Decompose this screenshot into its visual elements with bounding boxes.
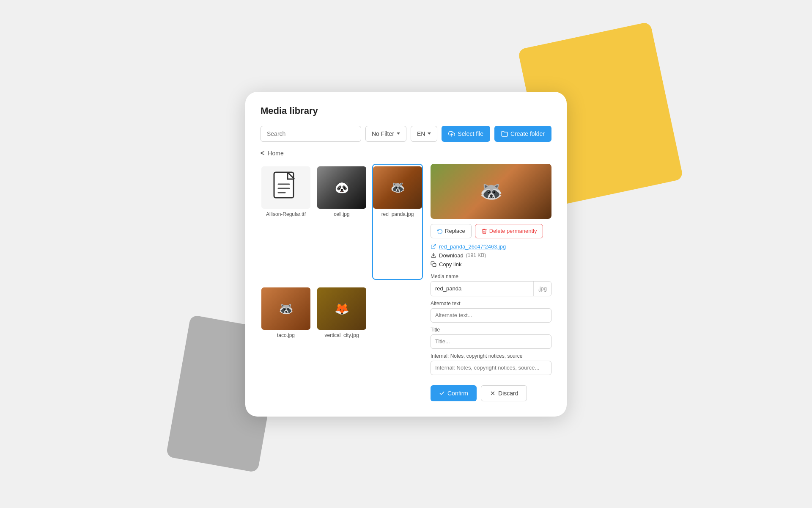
notes-label: Internal: Notes, copyright notices, sour… <box>431 353 551 359</box>
action-row: Replace Delete permanently <box>431 224 551 238</box>
download-row: Download (191 KB) <box>431 252 551 259</box>
svg-line-5 <box>433 244 436 247</box>
copy-link-row: Copy link <box>431 261 551 268</box>
breadcrumb-back-button[interactable]: < <box>261 149 264 157</box>
trash-icon <box>481 228 487 234</box>
file-label-vertical-city: vertical_city.jpg <box>324 332 359 338</box>
search-input[interactable] <box>261 126 361 142</box>
alt-text-label: Alternate text <box>431 301 551 306</box>
media-name-field-group: Media name .jpg <box>431 273 551 296</box>
detail-panel: 🦝 Replace Delete permanently red_panda_2… <box>431 164 551 401</box>
page-title: Media library <box>261 105 551 116</box>
lang-label: EN <box>417 130 425 137</box>
file-thumb-allison <box>261 166 310 209</box>
copy-link-text[interactable]: Copy link <box>439 261 461 268</box>
copy-icon <box>431 261 436 267</box>
red-panda-image: 🦝 <box>373 166 422 209</box>
file-thumb-vertical-city: 🦊 <box>317 287 366 330</box>
document-icon <box>273 171 299 203</box>
discard-icon <box>490 390 496 396</box>
external-link-icon <box>431 243 436 249</box>
download-size: (191 KB) <box>466 252 486 258</box>
file-link[interactable]: red_panda_26c47f2463.jpg <box>439 243 506 250</box>
discard-label: Discard <box>498 390 518 397</box>
notes-field-group: Internal: Notes, copyright notices, sour… <box>431 353 551 375</box>
content-area: Allison-Regular.ttf 🐼 cell.jpg 🦝 red_pan… <box>261 164 551 401</box>
replace-label: Replace <box>445 228 465 234</box>
file-item-red-panda[interactable]: 🦝 red_panda.jpg <box>372 164 423 280</box>
download-icon <box>431 252 436 258</box>
file-item-taco[interactable]: 🦝 taco.jpg <box>261 285 311 401</box>
file-item-cell[interactable]: 🐼 cell.jpg <box>316 164 367 280</box>
file-thumb-taco: 🦝 <box>261 287 310 330</box>
file-thumb-red-panda: 🦝 <box>373 166 422 209</box>
delete-button[interactable]: Delete permanently <box>475 224 543 238</box>
bottom-actions: Confirm Discard <box>431 385 551 401</box>
filter-label: No Filter <box>372 130 394 137</box>
media-name-label: Media name <box>431 273 551 279</box>
toolbar: No Filter EN Select file Create folder <box>261 126 551 142</box>
filter-button[interactable]: No Filter <box>365 126 406 142</box>
file-label-allison: Allison-Regular.ttf <box>266 211 306 217</box>
file-label-cell: cell.jpg <box>334 211 349 217</box>
preview-image: 🦝 <box>431 164 551 219</box>
notes-input[interactable] <box>431 361 551 375</box>
select-file-button[interactable]: Select file <box>442 126 490 142</box>
confirm-icon <box>439 390 445 396</box>
create-folder-button[interactable]: Create folder <box>494 126 551 142</box>
title-label: Title <box>431 327 551 333</box>
discard-button[interactable]: Discard <box>481 385 527 401</box>
media-name-input[interactable] <box>431 282 533 296</box>
file-label-taco: taco.jpg <box>277 332 295 338</box>
filter-chevron-icon <box>397 133 400 135</box>
cell-image: 🐼 <box>317 166 366 209</box>
taco-image: 🦝 <box>261 287 310 330</box>
media-name-row: .jpg <box>431 281 551 296</box>
breadcrumb-home: Home <box>268 150 283 157</box>
title-input[interactable] <box>431 334 551 349</box>
title-field-group: Title <box>431 327 551 349</box>
download-link[interactable]: Download <box>439 252 464 259</box>
replace-button[interactable]: Replace <box>431 224 472 238</box>
select-file-label: Select file <box>458 130 483 137</box>
lang-chevron-icon <box>428 133 431 135</box>
alt-text-input[interactable] <box>431 308 551 323</box>
svg-rect-7 <box>433 263 436 267</box>
file-grid: Allison-Regular.ttf 🐼 cell.jpg 🦝 red_pan… <box>261 164 423 401</box>
replace-icon <box>437 228 443 234</box>
folder-icon <box>501 130 508 137</box>
media-name-ext: .jpg <box>533 282 551 296</box>
vertical-city-image: 🦊 <box>317 287 366 330</box>
breadcrumb: < Home <box>261 149 551 157</box>
create-folder-label: Create folder <box>510 130 545 137</box>
file-thumb-cell: 🐼 <box>317 166 366 209</box>
confirm-button[interactable]: Confirm <box>431 385 477 401</box>
upload-icon <box>448 130 455 137</box>
language-button[interactable]: EN <box>411 126 437 142</box>
file-item-allison[interactable]: Allison-Regular.ttf <box>261 164 311 280</box>
confirm-label: Confirm <box>447 390 468 397</box>
file-label-red-panda: red_panda.jpg <box>381 211 414 217</box>
file-link-row: red_panda_26c47f2463.jpg <box>431 243 551 250</box>
media-library-card: Media library No Filter EN Select file C… <box>245 92 567 417</box>
delete-label: Delete permanently <box>489 228 537 234</box>
alt-text-field-group: Alternate text <box>431 301 551 323</box>
file-item-vertical-city[interactable]: 🦊 vertical_city.jpg <box>316 285 367 401</box>
